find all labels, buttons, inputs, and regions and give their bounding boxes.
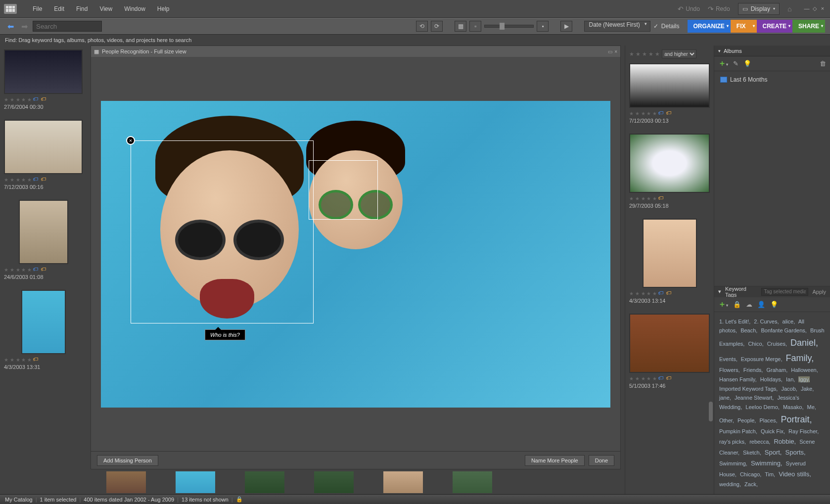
keyword-tag[interactable]: Leeloo Demo, [745,404,780,410]
keyword-tag[interactable]: jane, [719,395,731,401]
film-thumb[interactable] [106,471,146,493]
keyword-tag[interactable]: People, [738,417,756,423]
tab-fix[interactable]: FIX [731,20,757,33]
keyword-tag[interactable]: Holidays, [760,376,783,382]
menu-edit[interactable]: Edit [48,2,70,15]
bulb-icon[interactable]: 💡 [743,60,751,67]
large-thumb-icon[interactable]: ▪ [537,21,549,32]
face-detection-box[interactable]: × [131,140,314,323]
keyword-tag[interactable]: Beach, [740,327,757,333]
keyword-tag[interactable]: Jacob, [781,386,797,392]
who-is-this-label[interactable]: Who is this? [205,329,245,340]
keyword-tag[interactable]: Jake, [801,386,814,392]
keyword-tag[interactable]: ray's picks, [719,439,746,445]
nav-back-button[interactable]: ⬅ [5,21,16,31]
keyword-tag[interactable]: Daniel, [790,338,818,348]
restore-button[interactable]: ◇ [811,5,818,12]
thumbnail-item[interactable]: ★ ★ ★ ★ ★🏷🏷 7/12/2003 00:16 [4,120,83,190]
bulb-icon[interactable]: 💡 [770,301,778,308]
keyword-tag[interactable]: Imported Keyword Tags, [719,386,778,392]
thumbnail-item[interactable]: ★ ★ ★ ★ ★🏷🏷 4/3/2003 13:14 [629,219,710,304]
keyword-tag[interactable]: Zack, [744,481,758,487]
minimize-button[interactable]: — [803,5,810,12]
thumbnail-item[interactable]: ★ ★ ★ ★ ★🏷 29/7/2003 05:18 [629,134,710,209]
film-thumb[interactable] [314,471,354,493]
tab-organize[interactable]: ORGANIZE [688,20,731,33]
done-button[interactable]: Done [589,455,614,466]
keyword-tag[interactable]: Friends, [743,367,763,373]
keyword-tag[interactable]: Exposure Merge, [741,356,783,362]
add-tag-button[interactable]: ＋▾ [718,299,728,310]
cloud-icon[interactable]: ☁ [746,301,752,308]
home-icon[interactable]: ⌂ [787,5,795,13]
keyword-tag[interactable]: Halloween, [791,367,818,373]
thumbnail-item[interactable]: ★ ★ ★ ★ ★🏷🏷 7/12/2003 00:13 [629,63,710,124]
rotate-right-button[interactable]: ⟳ [431,21,443,32]
keyword-tag[interactable]: Sketch, [743,450,761,456]
face-detection-box[interactable] [309,160,378,220]
search-input[interactable] [33,21,102,32]
details-checkbox[interactable]: ✓Details [653,23,680,30]
keyword-tag[interactable]: Sports, [785,449,806,456]
keyword-tag[interactable]: Bonfante Gardens, [761,327,806,333]
thumbnail-item[interactable]: ★ ★ ★ ★ ★🏷 4/3/2003 13:31 [4,290,83,370]
albums-panel-header[interactable]: ▾Albums [714,46,830,56]
keyword-tag[interactable]: Sport, [765,449,782,456]
apply-button[interactable]: Apply [812,289,826,295]
keyword-tag[interactable]: rebecca, [749,439,770,445]
find-hint-bar[interactable]: Find: Drag keyword tags, albums, photos,… [0,35,830,46]
grid-view-button[interactable]: ▦ [455,21,466,32]
add-missing-person-button[interactable]: Add Missing Person [97,455,158,466]
keyword-tag[interactable]: Chico, [748,341,763,347]
menu-window[interactable]: Window [118,2,151,15]
lock-icon[interactable]: 🔒 [733,301,741,308]
film-thumb[interactable] [245,471,284,493]
rating-filter-dropdown[interactable]: and higher [662,49,696,58]
close-button[interactable]: × [819,5,826,12]
film-thumb[interactable] [383,471,423,493]
nav-forward-button[interactable]: ➡ [19,21,30,31]
tags-panel-header[interactable]: ▾ Keyword Tags Apply [714,286,830,297]
keyword-tag[interactable]: Ian, [786,376,795,382]
keyword-tag[interactable]: Swimmimg, [719,460,747,466]
viewer-restore-button[interactable]: ▭ [608,49,612,54]
film-thumb[interactable] [453,471,492,493]
display-dropdown[interactable]: ▭Display▾ [738,3,780,15]
keyword-tag[interactable]: Quick Fix, [761,428,785,434]
name-more-people-button[interactable]: Name More People [525,455,585,466]
keyword-tag[interactable]: wedding, [719,481,741,487]
album-item[interactable]: Last 6 Months [718,75,826,84]
thumbnail-item[interactable]: ★ ★ ★ ★ ★🏷🏷 24/6/2003 01:08 [4,200,83,280]
keyword-tag[interactable]: Hansen Family, [719,376,757,382]
keyword-tag[interactable]: Events, [719,356,738,362]
keyword-tag[interactable]: Masako, [783,404,804,410]
lock-icon[interactable]: 🔒 [236,496,243,503]
menu-view[interactable]: View [93,2,118,15]
people-icon[interactable]: 👤 [757,301,765,308]
keyword-tag[interactable]: alice, [783,319,795,324]
main-photo[interactable]: × Who is this? [101,101,610,408]
keyword-tag[interactable]: Swimming, [751,459,783,467]
keyword-tag[interactable]: Cruises, [767,341,787,347]
face-box-close-button[interactable]: × [126,136,135,145]
small-thumb-icon[interactable]: ▫ [469,21,481,32]
thumbnail-item[interactable]: ★ ★ ★ ★ ★🏷🏷 5/1/2003 17:46 [629,314,710,389]
thumbnail-item[interactable]: ★ ★ ★ ★ ★🏷🏷 27/6/2004 00:30 [4,49,83,110]
keyword-tag[interactable]: Flowers, [719,367,740,373]
keyword-tag[interactable]: Graham, [766,367,787,373]
keyword-tag[interactable]: 1. Let's Edit!, [719,319,750,324]
rating-filter[interactable]: ★ ★ ★ ★ ★ and higher [629,49,710,58]
zoom-slider[interactable] [484,25,534,28]
keyword-tag[interactable]: Video stills, [779,470,811,478]
app-icon[interactable] [4,4,17,14]
tab-share[interactable]: SHARE [792,20,825,33]
menu-find[interactable]: Find [70,2,93,15]
keyword-tag[interactable]: Iggy, [798,376,810,382]
keyword-tag[interactable]: Chicago, [740,471,761,477]
keyword-tag[interactable]: Me, [807,404,816,410]
film-thumb[interactable] [176,471,215,493]
keyword-tag[interactable]: Other, [719,417,734,423]
add-album-button[interactable]: ＋▾ [718,58,728,69]
scrollbar-handle[interactable] [709,402,713,421]
keyword-tag[interactable]: Ray Fischer, [788,428,819,434]
